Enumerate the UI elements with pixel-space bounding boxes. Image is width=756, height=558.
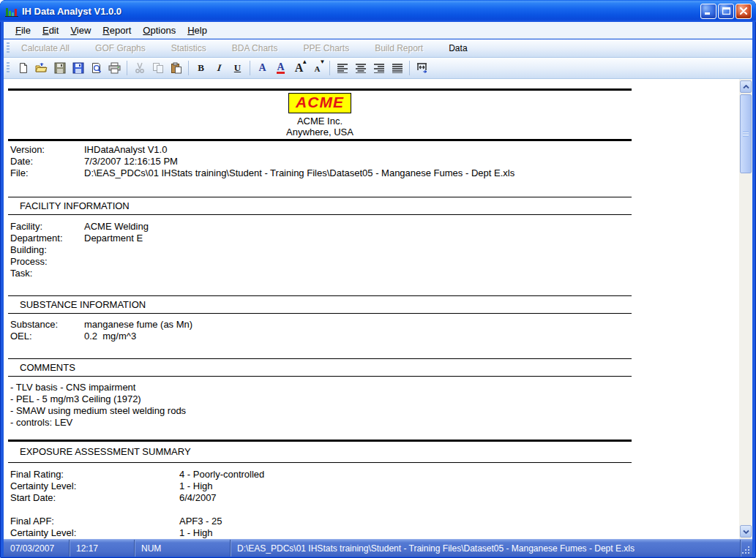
report-meta: Version:IHDataAnalyst V1.0 Date:7/3/2007… xyxy=(10,144,514,179)
meta-row: Date:7/3/2007 12:16:15 PM xyxy=(10,156,514,167)
increase-font-icon: A ▲ xyxy=(295,61,304,75)
menu-view[interactable]: View xyxy=(64,23,97,37)
comments-section-header: COMMENTS xyxy=(8,358,632,377)
open-folder-icon xyxy=(35,62,48,74)
section-title: SUBSTANCE INFORMATION xyxy=(8,296,632,313)
close-button[interactable] xyxy=(736,4,752,19)
field-row: Certainty Level:1 - High xyxy=(10,527,264,539)
comment-line: - controls: LEV xyxy=(10,417,186,429)
scroll-down-button[interactable] xyxy=(740,525,752,538)
open-file-button[interactable] xyxy=(33,60,50,77)
decrease-font-icon: A ▼ xyxy=(315,61,321,75)
format-toolbar: B I U A A A ▲ A ▼ xyxy=(4,58,752,79)
status-bar: 07/03/2007 12:17 NUM D:\EAS_PDCs\01 IHSt… xyxy=(4,539,752,557)
resize-grip[interactable] xyxy=(741,540,752,557)
build-report-button[interactable]: Build Report xyxy=(367,41,430,56)
save-blue-icon xyxy=(72,62,84,74)
bold-icon: B xyxy=(198,62,204,74)
bar-chart-icon xyxy=(5,5,18,17)
toolbar-separator xyxy=(409,61,410,75)
divider xyxy=(8,139,632,141)
toolbar-separator xyxy=(329,61,330,75)
menu-file[interactable]: File xyxy=(10,23,37,37)
cut-button[interactable] xyxy=(131,60,148,77)
field-row: Start Date:6/4/2007 xyxy=(10,492,264,504)
save-as-button[interactable] xyxy=(70,60,86,77)
print-icon xyxy=(108,62,121,74)
scroll-up-button[interactable] xyxy=(740,80,752,93)
gof-graphs-button[interactable]: GOF Graphs xyxy=(88,41,153,56)
align-center-icon xyxy=(356,64,366,73)
decrease-font-button[interactable]: A ▼ xyxy=(309,60,326,77)
facility-section-header: FACILITY INFORMATION xyxy=(8,197,632,215)
align-justify-button[interactable] xyxy=(389,60,405,77)
underline-button[interactable]: U xyxy=(229,60,246,77)
menu-bar: File Edit View Report Options Help xyxy=(4,22,752,39)
fit-to-width-button[interactable] xyxy=(413,60,430,77)
statistics-button[interactable]: Statistics xyxy=(164,41,214,56)
meta-row: Version:IHDataAnalyst V1.0 xyxy=(10,144,514,156)
status-date: 07/03/2007 xyxy=(4,540,70,557)
paste-icon xyxy=(171,62,182,74)
status-num-lock: NUM xyxy=(135,540,231,557)
maximize-icon xyxy=(722,7,730,15)
toolbar-drag-handle[interactable] xyxy=(7,42,10,54)
scrollbar-thumb[interactable] xyxy=(740,94,752,173)
align-justify-icon xyxy=(392,64,403,73)
align-left-icon xyxy=(337,64,348,73)
close-icon xyxy=(740,7,747,15)
report-page: ACME ACME Inc. Anywhere, USA Version:IHD… xyxy=(4,79,739,539)
italic-button[interactable]: I xyxy=(211,60,228,77)
comments-lines: - TLV basis - CNS impairment - PEL - 5 m… xyxy=(10,382,186,429)
summary-rows: Final Rating:4 - Poorly-controlled Certa… xyxy=(10,469,264,539)
align-right-icon xyxy=(374,64,384,73)
print-button[interactable] xyxy=(106,60,123,77)
facility-rows: Facility:ACME Welding Department:Departm… xyxy=(10,221,149,279)
new-document-icon xyxy=(18,62,29,74)
field-row: Building: xyxy=(10,244,149,256)
save-button[interactable] xyxy=(51,60,68,77)
minimize-button[interactable] xyxy=(700,4,716,19)
report-document: ACME ACME Inc. Anywhere, USA Version:IHD… xyxy=(4,79,752,539)
data-button[interactable]: Data xyxy=(441,41,474,56)
align-center-button[interactable] xyxy=(352,60,369,77)
vertical-scrollbar[interactable] xyxy=(739,79,752,539)
section-title: EXPOSURE ASSESSMENT SUMMARY xyxy=(8,442,632,462)
company-address: Anywhere, USA xyxy=(8,127,632,137)
status-time: 12:17 xyxy=(70,540,135,557)
font-color-icon: A xyxy=(258,62,266,74)
font-highlight-button[interactable]: A xyxy=(272,60,289,77)
fit-to-width-icon xyxy=(416,63,427,73)
new-document-button[interactable] xyxy=(15,60,31,77)
field-row: OEL:0.2 mg/m^3 xyxy=(10,331,192,342)
menu-options[interactable]: Options xyxy=(137,23,181,37)
align-left-button[interactable] xyxy=(334,60,351,77)
menu-edit[interactable]: Edit xyxy=(37,23,64,37)
acme-logo: ACME xyxy=(288,93,351,113)
field-row: Final Rating:4 - Poorly-controlled xyxy=(10,469,264,480)
title-bar[interactable]: IH Data Analyst V1.0.0 xyxy=(0,0,756,22)
menu-report[interactable]: Report xyxy=(97,23,137,37)
font-color-button[interactable]: A xyxy=(254,60,271,77)
copy-button[interactable] xyxy=(149,60,166,77)
summary-section-header: EXPOSURE ASSESSMENT SUMMARY xyxy=(8,440,632,463)
bda-charts-button[interactable]: BDA Charts xyxy=(225,41,285,56)
increase-font-button[interactable]: A ▲ xyxy=(291,60,307,77)
field-row: Substance:manganese fume (as Mn) xyxy=(10,319,192,331)
paste-button[interactable] xyxy=(168,60,184,77)
toolbar-drag-handle[interactable] xyxy=(7,62,10,74)
menu-help[interactable]: Help xyxy=(181,23,213,37)
print-preview-button[interactable] xyxy=(88,60,105,77)
toolbar-separator xyxy=(188,61,189,75)
comment-line: - PEL - 5 mg/m3 Ceiling (1972) xyxy=(10,393,186,405)
ppe-charts-button[interactable]: PPE Charts xyxy=(296,41,356,56)
calculate-all-button[interactable]: Calculate All xyxy=(14,41,77,56)
italic-icon: I xyxy=(217,62,222,74)
bold-button[interactable]: B xyxy=(192,60,209,77)
align-right-button[interactable] xyxy=(370,60,387,77)
company-name: ACME Inc. xyxy=(8,116,632,127)
field-row: Department:Department E xyxy=(10,233,149,244)
font-highlight-icon: A xyxy=(277,62,284,74)
window-title: IH Data Analyst V1.0.0 xyxy=(22,6,700,17)
maximize-button[interactable] xyxy=(718,4,734,19)
